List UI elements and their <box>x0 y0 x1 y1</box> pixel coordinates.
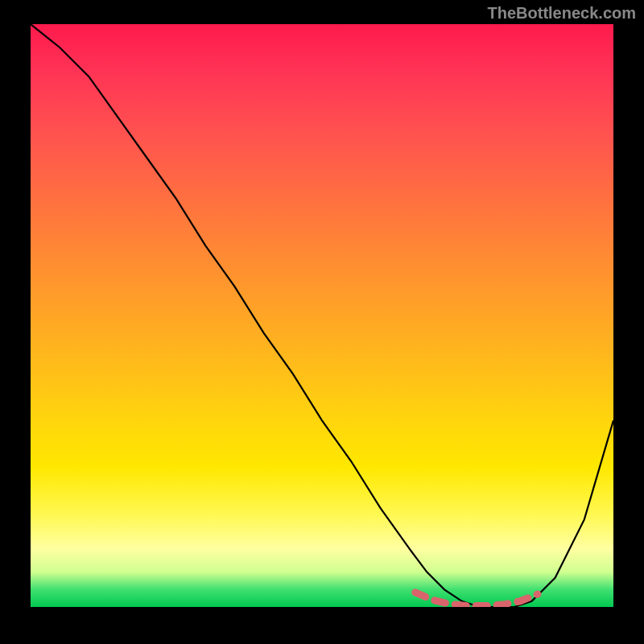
curve-svg <box>31 24 613 607</box>
main-curve <box>31 24 613 607</box>
valley-highlight <box>415 592 538 606</box>
chart-container: TheBottleneck.com <box>0 0 644 644</box>
watermark-text: TheBottleneck.com <box>488 4 636 23</box>
plot-area <box>31 24 613 607</box>
